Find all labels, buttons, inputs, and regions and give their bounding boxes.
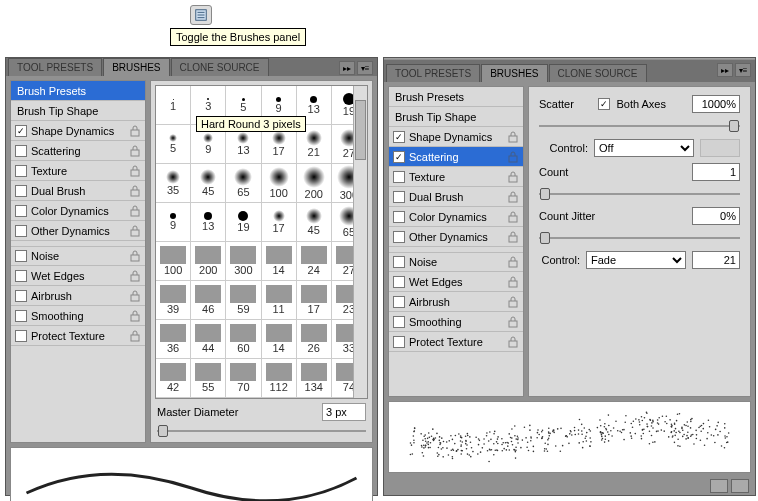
option-checkbox[interactable] xyxy=(15,270,27,282)
tab-clone-source[interactable]: CLONE SOURCE xyxy=(171,58,269,76)
brush-preset-cell[interactable]: 5 xyxy=(156,125,191,164)
count-slider[interactable] xyxy=(539,187,740,201)
option-checkbox[interactable] xyxy=(15,185,27,197)
brush-preset-cell[interactable]: 46 xyxy=(191,281,226,320)
option-checkbox[interactable] xyxy=(15,205,27,217)
delete-brush-button[interactable] xyxy=(731,479,749,493)
tab-tool-presets[interactable]: TOOL PRESETS xyxy=(8,58,102,76)
brush-preset-cell[interactable]: 13 xyxy=(191,203,226,242)
option-checkbox[interactable] xyxy=(393,296,405,308)
count-jitter-input[interactable] xyxy=(692,207,740,225)
brush-preset-cell[interactable]: 70 xyxy=(226,359,261,398)
tab-tool-presets[interactable]: TOOL PRESETS xyxy=(386,64,480,82)
option-brush-presets[interactable]: Brush Presets xyxy=(11,81,145,101)
option-dual-brush[interactable]: Dual Brush xyxy=(389,187,523,207)
brush-preset-cell[interactable]: 44 xyxy=(191,320,226,359)
option-other-dynamics[interactable]: Other Dynamics xyxy=(11,221,145,241)
option-brush-tip-shape[interactable]: Brush Tip Shape xyxy=(11,101,145,121)
option-dual-brush[interactable]: Dual Brush xyxy=(11,181,145,201)
brush-preset-cell[interactable]: 300 xyxy=(226,242,261,281)
brush-preset-cell[interactable]: 45 xyxy=(191,164,226,203)
option-shape-dynamics[interactable]: Shape Dynamics xyxy=(389,127,523,147)
option-other-dynamics[interactable]: Other Dynamics xyxy=(389,227,523,247)
option-checkbox[interactable] xyxy=(393,231,405,243)
scatter-control-select[interactable]: Off xyxy=(594,139,694,157)
new-brush-button[interactable] xyxy=(710,479,728,493)
brush-preset-cell[interactable]: 39 xyxy=(156,281,191,320)
brush-preset-cell[interactable]: 14 xyxy=(262,320,297,359)
brush-preset-cell[interactable]: 19 xyxy=(226,203,261,242)
option-airbrush[interactable]: Airbrush xyxy=(389,292,523,312)
tab-clone-source[interactable]: CLONE SOURCE xyxy=(549,64,647,82)
both-axes-checkbox[interactable] xyxy=(598,98,610,110)
panel-menu-button[interactable]: ▾≡ xyxy=(735,63,751,77)
master-diameter-slider[interactable] xyxy=(157,424,366,438)
option-brush-presets[interactable]: Brush Presets xyxy=(389,87,523,107)
option-checkbox[interactable] xyxy=(393,336,405,348)
brush-preset-cell[interactable]: 17 xyxy=(262,203,297,242)
panel-menu-button[interactable]: ▾≡ xyxy=(357,61,373,75)
option-wet-edges[interactable]: Wet Edges xyxy=(389,272,523,292)
brush-preset-cell[interactable]: 9 xyxy=(156,203,191,242)
brush-preset-cell[interactable]: 200 xyxy=(297,164,332,203)
brush-preset-cell[interactable]: 14 xyxy=(262,242,297,281)
option-noise[interactable]: Noise xyxy=(389,252,523,272)
option-wet-edges[interactable]: Wet Edges xyxy=(11,266,145,286)
option-texture[interactable]: Texture xyxy=(389,167,523,187)
option-checkbox[interactable] xyxy=(15,250,27,262)
brush-preset-cell[interactable]: 1 xyxy=(156,86,191,125)
option-checkbox[interactable] xyxy=(15,225,27,237)
tab-brushes[interactable]: BRUSHES xyxy=(481,64,547,82)
brush-preset-cell[interactable]: 112 xyxy=(262,359,297,398)
tab-brushes[interactable]: BRUSHES xyxy=(103,58,169,76)
option-texture[interactable]: Texture xyxy=(11,161,145,181)
brush-preset-cell[interactable]: 134 xyxy=(297,359,332,398)
option-checkbox[interactable] xyxy=(393,151,405,163)
option-airbrush[interactable]: Airbrush xyxy=(11,286,145,306)
option-smoothing[interactable]: Smoothing xyxy=(11,306,145,326)
master-diameter-input[interactable] xyxy=(322,403,366,421)
option-checkbox[interactable] xyxy=(15,310,27,322)
scatter-value-input[interactable] xyxy=(692,95,740,113)
brush-preset-cell[interactable]: 26 xyxy=(297,320,332,359)
expand-icon[interactable]: ▸▸ xyxy=(717,63,733,77)
brush-preset-cell[interactable]: 45 xyxy=(297,203,332,242)
option-protect-texture[interactable]: Protect Texture xyxy=(11,326,145,346)
brush-preset-cell[interactable]: 59 xyxy=(226,281,261,320)
brush-preset-cell[interactable]: 65 xyxy=(226,164,261,203)
option-checkbox[interactable] xyxy=(393,256,405,268)
option-scattering[interactable]: Scattering xyxy=(389,147,523,167)
brush-preset-cell[interactable]: 200 xyxy=(191,242,226,281)
option-checkbox[interactable] xyxy=(15,290,27,302)
count-jitter-slider[interactable] xyxy=(539,231,740,245)
option-checkbox[interactable] xyxy=(393,191,405,203)
brush-preset-cell[interactable]: 55 xyxy=(191,359,226,398)
count-input[interactable] xyxy=(692,163,740,181)
brush-preset-cell[interactable]: 11 xyxy=(262,281,297,320)
option-checkbox[interactable] xyxy=(393,211,405,223)
brush-preset-cell[interactable]: 60 xyxy=(226,320,261,359)
option-scattering[interactable]: Scattering xyxy=(11,141,145,161)
option-protect-texture[interactable]: Protect Texture xyxy=(389,332,523,352)
option-smoothing[interactable]: Smoothing xyxy=(389,312,523,332)
brush-preset-cell[interactable]: 42 xyxy=(156,359,191,398)
option-color-dynamics[interactable]: Color Dynamics xyxy=(389,207,523,227)
grid-scrollbar[interactable] xyxy=(353,86,367,398)
option-checkbox[interactable] xyxy=(15,145,27,157)
option-brush-tip-shape[interactable]: Brush Tip Shape xyxy=(389,107,523,127)
jitter-control-select[interactable]: Fade xyxy=(586,251,686,269)
option-checkbox[interactable] xyxy=(393,131,405,143)
brush-preset-grid[interactable]: 1359131959131721273545651002003009131917… xyxy=(155,85,368,399)
jitter-control-num-input[interactable] xyxy=(692,251,740,269)
option-noise[interactable]: Noise xyxy=(11,246,145,266)
option-checkbox[interactable] xyxy=(15,165,27,177)
option-shape-dynamics[interactable]: Shape Dynamics xyxy=(11,121,145,141)
option-checkbox[interactable] xyxy=(393,316,405,328)
option-checkbox[interactable] xyxy=(15,330,27,342)
option-checkbox[interactable] xyxy=(393,171,405,183)
option-checkbox[interactable] xyxy=(15,125,27,137)
option-color-dynamics[interactable]: Color Dynamics xyxy=(11,201,145,221)
brush-preset-cell[interactable]: 35 xyxy=(156,164,191,203)
brush-preset-cell[interactable]: 17 xyxy=(297,281,332,320)
brush-preset-cell[interactable]: 24 xyxy=(297,242,332,281)
